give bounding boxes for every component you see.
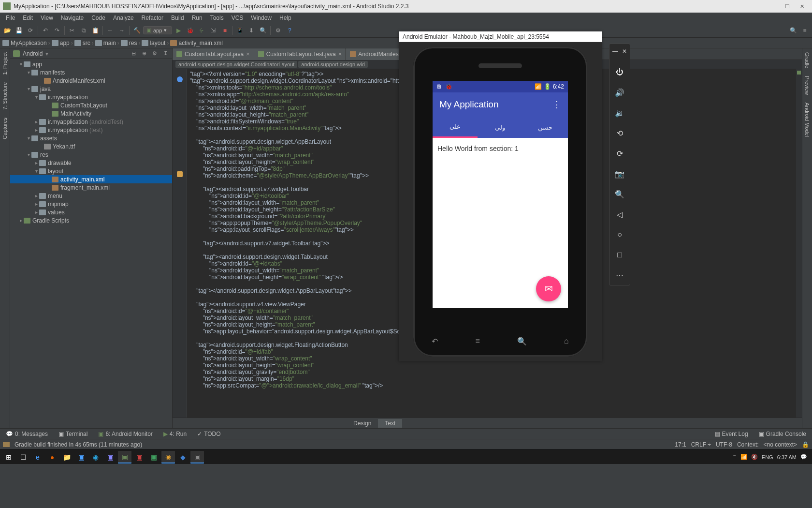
firefox-icon[interactable]: ● [45, 451, 59, 463]
sync-icon[interactable]: ⟳ [25, 25, 36, 36]
explorer-icon[interactable]: 📁 [60, 451, 73, 463]
crumb-res[interactable]: res [120, 40, 138, 46]
tree-node-menu[interactable]: ▸menu [10, 192, 172, 200]
apply-changes-button[interactable]: ⭍ [196, 25, 207, 36]
rotate-right-icon[interactable]: ⟳ [614, 148, 625, 159]
layout-inspector-icon[interactable]: 🔍 [258, 25, 268, 36]
menu-navigate[interactable]: Navigate [57, 14, 87, 22]
status-encoding[interactable]: UTF-8 [716, 441, 732, 448]
menu-window[interactable]: Window [247, 14, 276, 22]
tree-node-values[interactable]: ▸values [10, 208, 172, 216]
volume-up-icon[interactable]: 🔊 [614, 87, 625, 98]
gutter-captures[interactable]: Captures [1, 114, 9, 143]
emulator-icon[interactable]: ▣ [190, 451, 204, 463]
tab-2[interactable]: حسن [523, 117, 568, 138]
fab-button[interactable]: ✉ [536, 276, 561, 301]
undo-icon[interactable]: ↶ [40, 25, 51, 36]
make-icon[interactable]: 🔨 [131, 25, 142, 36]
run-button[interactable]: ▶ [173, 25, 184, 36]
tree-node-pkg-androidtest[interactable]: ▸ir.myapplication (androidTest) [10, 118, 172, 126]
maximize-button[interactable]: ☐ [780, 1, 795, 11]
menu-refactor[interactable]: Refactor [138, 14, 167, 22]
tree-node-mipmap[interactable]: ▸mipmap [10, 200, 172, 208]
crumb-project[interactable]: MyApplication [2, 40, 47, 46]
project-view-selector[interactable]: Android [23, 50, 43, 57]
tree-node-fragment-main[interactable]: fragment_main.xml [10, 183, 172, 192]
menu-vcs[interactable]: VCS [228, 14, 247, 22]
more-icon[interactable]: ⋮ [552, 99, 561, 110]
power-icon[interactable]: ⏻ [614, 66, 625, 78]
tab-0[interactable]: علی [433, 117, 478, 138]
rotate-left-icon[interactable]: ⟲ [614, 127, 625, 139]
tab-1[interactable]: ولی [478, 117, 522, 138]
app-icon[interactable]: ▣ [103, 451, 117, 463]
menu-code[interactable]: Code [87, 14, 109, 22]
notification-icon[interactable]: 💬 [800, 454, 807, 460]
open-icon[interactable]: 📂 [2, 25, 13, 36]
tab-android-monitor[interactable]: ▣6: Android Monitor [94, 431, 156, 437]
editor-tab-0[interactable]: CustomTabLayout.java× [173, 48, 254, 60]
stop-button[interactable]: ■ [219, 25, 230, 36]
editor-tab-1[interactable]: CustomTabLayoutTest.java× [254, 48, 347, 60]
tab-close-icon[interactable]: × [246, 50, 250, 58]
overview-icon[interactable]: □ [614, 249, 625, 261]
redo-icon[interactable]: ↷ [52, 25, 62, 36]
paste-icon[interactable]: 📋 [90, 25, 101, 36]
volume-icon[interactable]: 🔇 [751, 454, 758, 460]
tree-node-res[interactable]: ▾res [10, 150, 172, 159]
collapse-all-icon[interactable]: ⊟ [130, 50, 137, 58]
menu-tools[interactable]: Tools [206, 14, 228, 22]
settings-icon[interactable]: ≡ [799, 25, 810, 36]
search-icon[interactable]: 🔍 [788, 25, 798, 36]
crumb-main[interactable]: main [95, 40, 116, 46]
emu-minimize-icon[interactable]: — [612, 48, 618, 55]
chrome-icon[interactable]: ◉ [161, 451, 175, 463]
gutter-android-model[interactable]: Android Model [803, 99, 811, 141]
android-studio-icon[interactable]: ▣ [118, 451, 131, 463]
tab-event-log[interactable]: ▤Event Log [711, 431, 752, 437]
zoom-icon[interactable]: 🔍 [614, 188, 625, 200]
menu-view[interactable]: View [37, 14, 57, 22]
telegram-icon[interactable]: ◉ [89, 451, 102, 463]
edge-icon[interactable]: e [31, 451, 44, 463]
phone-home-icon[interactable]: ⌂ [564, 337, 569, 346]
project-structure-icon[interactable]: ⚙ [273, 25, 283, 36]
camera-icon[interactable]: 📷 [614, 168, 625, 179]
gutter-structure[interactable]: 7: Structure [1, 78, 9, 114]
menu-file[interactable]: File [2, 14, 19, 22]
menu-build[interactable]: Build [167, 14, 188, 22]
status-eol[interactable]: CRLF ÷ [691, 441, 711, 448]
tab-close-icon[interactable]: × [338, 50, 342, 58]
tab-run[interactable]: ▶4: Run [160, 431, 190, 437]
help-icon[interactable]: ? [284, 25, 295, 36]
bulb-icon[interactable] [177, 171, 183, 177]
tab-todo[interactable]: ✓TODO [193, 431, 224, 437]
tree-node-yekan[interactable]: Yekan.ttf [10, 142, 172, 150]
debug-button[interactable]: 🐞 [185, 25, 195, 36]
phone-back-icon[interactable]: ↶ [432, 337, 438, 346]
phone-menu-icon[interactable]: ≡ [475, 337, 479, 346]
hide-panel-icon[interactable]: ↧ [161, 50, 169, 58]
minimize-button[interactable]: — [766, 1, 780, 11]
tree-node-activity-main[interactable]: activity_main.xml [10, 175, 172, 183]
tab-messages[interactable]: 💬0: Messages [2, 431, 52, 437]
menu-run[interactable]: Run [188, 14, 206, 22]
network-icon[interactable]: 📶 [740, 454, 747, 460]
phone-screen[interactable]: 🗎🐞 📶🔋6:42 My Application ⋮ علی ولی حسن H… [433, 81, 568, 308]
tree-node-manifest-file[interactable]: AndroidManifest.xml [10, 76, 172, 85]
start-button[interactable]: ⊞ [2, 451, 15, 463]
design-tab[interactable]: Design [347, 419, 378, 428]
emulator-titlebar[interactable]: Android Emulator - Mahboub_Majzi_Mobile_… [399, 31, 602, 42]
envelope-icon[interactable] [3, 442, 10, 447]
tree-node-mainactivity[interactable]: MainActivity [10, 109, 172, 118]
task-view-icon[interactable]: ☐ [16, 451, 30, 463]
app-icon[interactable]: ▣ [74, 451, 88, 463]
chevron-down-icon[interactable]: ▾ [45, 50, 48, 57]
copy-icon[interactable]: ⧉ [78, 25, 89, 36]
sdk-manager-icon[interactable]: ⬇ [246, 25, 257, 36]
gutter-gradle[interactable]: Gradle [803, 48, 811, 72]
tree-node-assets[interactable]: ▾assets [10, 134, 172, 142]
gutter-preview[interactable]: Preview [803, 72, 811, 99]
gutter-project[interactable]: 1: Project [1, 48, 9, 78]
menu-analyze[interactable]: Analyze [109, 14, 138, 22]
